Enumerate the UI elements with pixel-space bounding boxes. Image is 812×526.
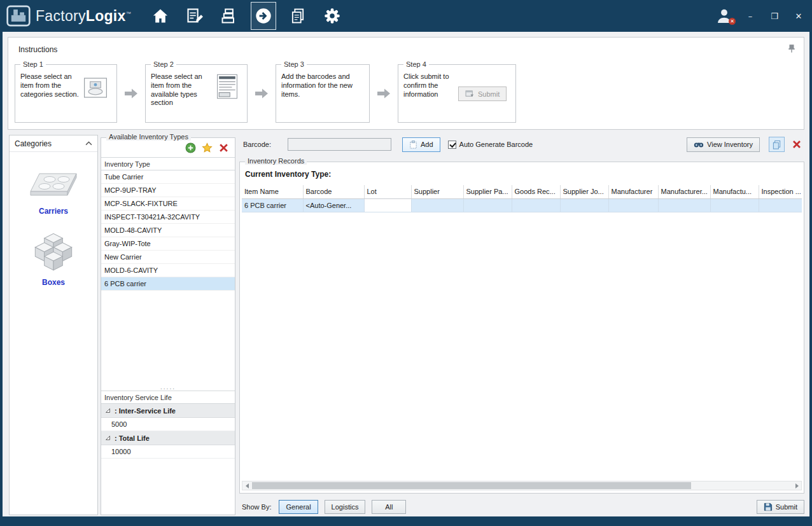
step-1-box: Step 1 Please select an item from the ca… <box>15 64 117 123</box>
clear-records-button[interactable] <box>788 137 804 152</box>
record-cell-empty[interactable] <box>658 198 710 212</box>
service-group-inter[interactable]: : Inter-Service Life <box>101 404 235 418</box>
record-cell-barcode[interactable]: <Auto-Gener... <box>303 198 364 212</box>
splitter-handle[interactable]: ..... <box>101 383 235 391</box>
show-by-general-button[interactable]: General <box>279 500 318 514</box>
type-row-selected[interactable]: 6 PCB carrier <box>101 277 235 291</box>
column-header[interactable]: Goods Rec... <box>512 185 560 198</box>
column-header[interactable]: Item Name <box>242 185 303 198</box>
view-inventory-label: View Inventory <box>707 141 753 148</box>
show-by-all-button[interactable]: All <box>372 500 406 514</box>
step-arrow-icon <box>120 64 142 123</box>
record-cell-empty[interactable] <box>512 198 560 212</box>
scrollbar-thumb[interactable] <box>252 482 691 489</box>
column-header[interactable]: Supplier Jo... <box>560 185 608 198</box>
add-type-icon[interactable] <box>185 142 196 153</box>
record-cell-empty[interactable] <box>463 198 512 212</box>
scroll-left-icon[interactable] <box>242 481 252 490</box>
horizontal-scrollbar[interactable] <box>242 481 802 490</box>
step-submit-button[interactable]: Submit <box>458 87 507 101</box>
close-button[interactable]: ✕ <box>792 11 806 21</box>
record-cell-empty[interactable] <box>710 198 759 212</box>
worksheet-icon[interactable] <box>182 2 207 30</box>
column-header[interactable]: Inspection ... <box>759 185 802 198</box>
instruction-steps: Step 1 Please select an item from the ca… <box>15 64 516 123</box>
auto-generate-label: Auto Generate Barcode <box>459 141 533 148</box>
inventory-records-title: Inventory Records <box>245 157 307 165</box>
category-item-carriers[interactable]: Carriers <box>10 169 97 216</box>
record-row-selected[interactable]: 6 PCB carrier <Auto-Gener... <box>242 198 802 212</box>
maximize-button[interactable]: ❒ <box>767 11 781 21</box>
service-group-total[interactable]: : Total Life <box>101 431 235 445</box>
edit-type-icon[interactable] <box>202 142 213 153</box>
barcode-input[interactable] <box>288 138 391 151</box>
step-arrow-icon <box>373 64 395 123</box>
type-row[interactable]: Gray-WIP-Tote <box>101 237 235 251</box>
boxes-stack-icon <box>26 232 81 273</box>
column-header[interactable]: Manufacturer <box>608 185 658 198</box>
home-icon[interactable] <box>148 2 173 30</box>
dispatch-icon[interactable] <box>251 2 276 30</box>
scrollbar-track[interactable] <box>252 481 792 490</box>
record-cell-empty[interactable] <box>759 198 802 212</box>
app-title: FactoryLogix™ <box>36 8 131 25</box>
submit-button-label: Submit <box>776 503 797 511</box>
column-header[interactable]: Manufactu... <box>710 185 759 198</box>
column-header[interactable]: Supplier Pa... <box>463 185 512 198</box>
auto-generate-checkbox[interactable]: Auto Generate Barcode <box>448 141 533 149</box>
type-row[interactable]: INSPECT-T30421A-32CAVITY <box>101 211 235 224</box>
record-cell-item-name[interactable]: 6 PCB carrier <box>242 198 303 212</box>
type-row[interactable]: MCP-SLACK-FIXTURE <box>101 197 235 211</box>
records-header-row: Item Name Barcode Lot Supplier Supplier … <box>242 185 802 198</box>
barcode-bar: Barcode: Add Auto Generate Barcode View … <box>239 134 804 155</box>
submit-button[interactable]: Submit <box>757 500 804 514</box>
categories-header: Categories <box>10 135 97 152</box>
type-row[interactable]: MOLD-48-CAVITY <box>101 224 235 237</box>
step-4-box: Step 4 Click submit to confirm the infor… <box>398 64 516 123</box>
documents-icon[interactable] <box>285 2 311 30</box>
column-header[interactable]: Barcode <box>303 185 364 198</box>
service-value-total[interactable]: 10000 <box>101 445 235 459</box>
pin-icon[interactable] <box>787 44 796 53</box>
column-header[interactable]: Supplier <box>411 185 463 198</box>
types-column-header: Inventory Type <box>101 157 235 170</box>
instructions-title: Instructions <box>18 45 57 54</box>
column-header[interactable]: Lot <box>364 185 411 198</box>
type-row[interactable]: New Carrier <box>101 251 235 264</box>
service-value-inter[interactable]: 5000 <box>101 418 235 431</box>
scroll-right-icon[interactable] <box>792 481 801 490</box>
brand-first: Factory <box>36 8 86 24</box>
type-row[interactable]: MCP-9UP-TRAY <box>101 184 235 197</box>
record-cell-empty[interactable] <box>411 198 463 212</box>
user-disconnected-badge: ✕ <box>729 18 736 25</box>
minimize-button[interactable]: – <box>743 11 757 21</box>
types-toolbar <box>101 138 235 157</box>
user-account-icon[interactable]: ✕ <box>715 7 733 25</box>
carrier-tray-icon <box>26 169 81 202</box>
settings-gear-icon[interactable] <box>319 2 345 30</box>
category-item-boxes[interactable]: Boxes <box>10 232 97 287</box>
save-floppy-icon <box>764 502 773 511</box>
delete-type-icon[interactable] <box>218 142 229 153</box>
show-by-logistics-button[interactable]: Logistics <box>325 500 366 514</box>
record-cell-lot[interactable] <box>364 198 411 212</box>
step-4-text: Click submit to confirm the information <box>403 73 453 99</box>
step-3-box: Step 3 Add the barcodes and information … <box>276 64 370 123</box>
red-x-icon <box>792 139 802 149</box>
step-3-label: Step 3 <box>281 60 307 68</box>
batch-stack-icon[interactable] <box>216 2 242 30</box>
collapse-chevron-icon[interactable] <box>85 141 92 146</box>
categories-title: Categories <box>15 139 52 148</box>
titlebar: FactoryLogix™ ✕ – ❒ ✕ <box>0 0 812 32</box>
type-row[interactable]: MOLD-6-CAVITY <box>101 264 235 277</box>
add-button[interactable]: Add <box>402 137 440 152</box>
record-cell-empty[interactable] <box>608 198 658 212</box>
copy-records-button[interactable] <box>769 137 785 152</box>
type-row[interactable]: Tube Carrier <box>101 170 235 184</box>
view-inventory-button[interactable]: View Inventory <box>687 137 760 152</box>
add-button-label: Add <box>421 141 433 148</box>
brand-second: Logix <box>86 8 126 24</box>
barcode-label: Barcode: <box>243 141 288 148</box>
column-header[interactable]: Manufacturer... <box>658 185 710 198</box>
record-cell-empty[interactable] <box>560 198 608 212</box>
